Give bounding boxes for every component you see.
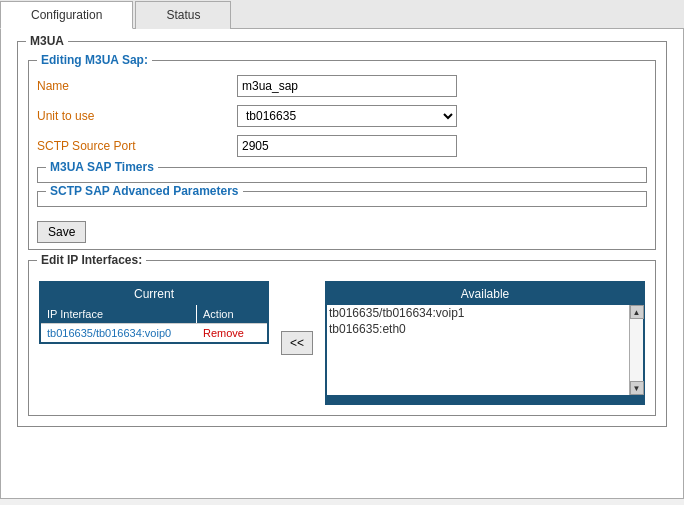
- name-label: Name: [37, 79, 237, 93]
- ip-interfaces-legend: Edit IP Interfaces:: [37, 253, 146, 267]
- unit-select[interactable]: tb016635: [237, 105, 457, 127]
- m3ua-section: M3UA Editing M3UA Sap: Name Unit to use …: [17, 41, 667, 427]
- ip-interface-cell: tb016635/tb016634:voip0: [41, 324, 197, 342]
- scroll-thumb-area: [630, 319, 643, 381]
- ip-interface-link[interactable]: tb016635/tb016634:voip0: [47, 327, 171, 339]
- scroll-down-arrow[interactable]: ▼: [630, 381, 644, 395]
- unit-row: Unit to use tb016635: [37, 105, 647, 127]
- scrollbar[interactable]: ▲ ▼: [629, 305, 643, 395]
- sctp-port-row: SCTP Source Port: [37, 135, 647, 157]
- tab-configuration[interactable]: Configuration: [0, 1, 133, 29]
- available-list: tb016635/tb016634:voip1 tb016635:eth0: [327, 305, 629, 395]
- advanced-subsection: SCTP SAP Advanced Parameters: [37, 191, 647, 207]
- sctp-port-label: SCTP Source Port: [37, 139, 237, 153]
- unit-label: Unit to use: [37, 109, 237, 123]
- available-table-header: Available: [327, 283, 643, 305]
- remove-action[interactable]: Remove: [197, 324, 267, 342]
- timers-legend: M3UA SAP Timers: [46, 160, 158, 174]
- save-button[interactable]: Save: [37, 221, 86, 243]
- list-item[interactable]: tb016635:eth0: [327, 321, 629, 337]
- scroll-up-arrow[interactable]: ▲: [630, 305, 644, 319]
- m3ua-legend: M3UA: [26, 34, 68, 48]
- advanced-legend: SCTP SAP Advanced Parameters: [46, 184, 243, 198]
- current-table-cols: IP Interface Action: [41, 305, 267, 323]
- current-table-wrapper: Current IP Interface Action tb016635/tb0…: [39, 281, 269, 344]
- table-row: tb016635/tb016634:voip0 Remove: [41, 323, 267, 342]
- tables-container: Current IP Interface Action tb016635/tb0…: [39, 281, 645, 405]
- save-row: Save: [37, 217, 647, 243]
- sctp-port-input[interactable]: [237, 135, 457, 157]
- name-row: Name: [37, 75, 647, 97]
- available-scroll-area: tb016635/tb016634:voip1 tb016635:eth0 ▲ …: [327, 305, 643, 395]
- current-table-header: Current: [41, 283, 267, 305]
- col-ip-interface: IP Interface: [41, 305, 197, 323]
- move-left-button[interactable]: <<: [281, 331, 313, 355]
- col-action: Action: [197, 305, 267, 323]
- editing-sap-legend: Editing M3UA Sap:: [37, 53, 152, 67]
- list-item[interactable]: tb016635/tb016634:voip1: [327, 305, 629, 321]
- available-table-wrapper: Available tb016635/tb016634:voip1 tb0166…: [325, 281, 645, 405]
- name-input[interactable]: [237, 75, 457, 97]
- editing-m3ua-sap-section: Editing M3UA Sap: Name Unit to use tb016…: [28, 60, 656, 250]
- timers-subsection: M3UA SAP Timers: [37, 167, 647, 183]
- main-content: M3UA Editing M3UA Sap: Name Unit to use …: [0, 29, 684, 499]
- ip-interfaces-section: Edit IP Interfaces: Current IP Interface…: [28, 260, 656, 416]
- available-bottom-bar: [327, 395, 643, 403]
- tab-bar: Configuration Status: [0, 0, 684, 29]
- tab-status[interactable]: Status: [135, 1, 231, 29]
